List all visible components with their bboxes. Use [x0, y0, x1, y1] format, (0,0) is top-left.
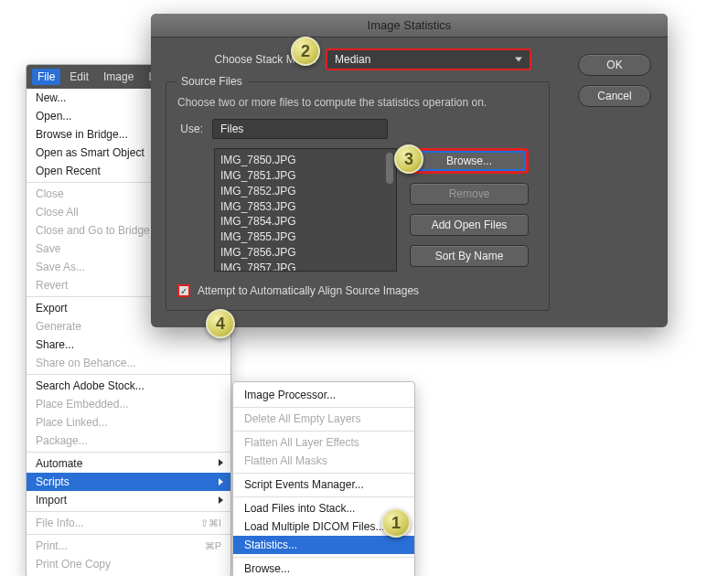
- file-menu-item: Place Embedded...: [27, 395, 230, 413]
- use-label: Use:: [177, 123, 203, 135]
- use-value: Files: [220, 123, 243, 135]
- file-menu-item: File Info...⇧⌘I: [27, 511, 230, 532]
- chevron-down-icon: [515, 58, 522, 62]
- menu-item-label: Share on Behance...: [36, 357, 135, 369]
- stack-mode-value: Median: [335, 53, 370, 66]
- file-entry[interactable]: IMG_7856.JPG: [220, 245, 391, 261]
- menu-item-label: Close All: [36, 206, 79, 219]
- file-menu-item: Print One Copy: [27, 555, 230, 573]
- scripts-menu-item[interactable]: Statistics...: [233, 536, 414, 554]
- cancel-button[interactable]: Cancel: [578, 85, 651, 107]
- file-entry[interactable]: IMG_7852.JPG: [220, 184, 391, 199]
- file-entry[interactable]: IMG_7850.JPG: [220, 153, 391, 168]
- menu-item-shortcut: ⌘P: [205, 540, 221, 552]
- menu-item-label: Package...: [36, 434, 88, 447]
- file-entry[interactable]: IMG_7857.JPG: [220, 261, 391, 272]
- ok-button[interactable]: OK: [578, 54, 651, 76]
- scripts-menu-item[interactable]: Image Processor...: [233, 386, 414, 404]
- auto-align-label: Attempt to Automatically Align Source Im…: [198, 284, 419, 297]
- callout-badge-4: 4: [206, 309, 235, 338]
- chevron-right-icon: [219, 478, 223, 485]
- file-menu-item[interactable]: Scripts: [27, 473, 230, 491]
- menubar-edit[interactable]: Edit: [64, 69, 94, 85]
- menubar-image[interactable]: Image: [98, 69, 139, 85]
- file-entry[interactable]: IMG_7853.JPG: [220, 199, 391, 215]
- menu-item-label: Open...: [36, 110, 71, 123]
- callout-badge-1: 1: [381, 508, 411, 538]
- file-entry[interactable]: IMG_7854.JPG: [220, 214, 391, 229]
- file-menu-item: Share on Behance...: [27, 354, 230, 372]
- use-select[interactable]: Files: [212, 119, 388, 139]
- scripts-menu-item: Flatten All Masks: [233, 452, 414, 470]
- menu-item-label: Place Linked...: [36, 416, 108, 429]
- menu-item-label: Open as Smart Object: [36, 146, 145, 159]
- source-files-desc: Choose two or more files to compute the …: [177, 95, 538, 110]
- stack-mode-select[interactable]: Median: [326, 48, 531, 70]
- menu-item-label: Place Embedded...: [36, 398, 128, 411]
- scripts-menu-item: Delete All Empty Layers: [233, 407, 414, 428]
- scripts-menu-item[interactable]: Script Events Manager...: [233, 473, 414, 494]
- files-list[interactable]: IMG_7850.JPGIMG_7851.JPGIMG_7852.JPGIMG_…: [214, 148, 397, 272]
- menu-item-label: File Info...: [36, 517, 84, 529]
- add-open-files-button[interactable]: Add Open Files: [410, 214, 529, 236]
- chevron-right-icon: [219, 496, 223, 504]
- dialog-title: Image Statistics: [151, 14, 668, 37]
- scrollbar-thumb[interactable]: [386, 153, 393, 184]
- file-entry[interactable]: IMG_7855.JPG: [220, 229, 391, 245]
- sort-by-name-button[interactable]: Sort By Name: [410, 245, 529, 267]
- menu-item-label: Import: [36, 494, 67, 507]
- menu-item-label: Browse in Bridge...: [36, 128, 128, 141]
- file-menu-item: Print...⌘P: [27, 534, 230, 555]
- menu-item-label: Revert: [36, 279, 68, 292]
- menu-item-label: Print...: [36, 539, 68, 552]
- file-menu-item[interactable]: Search Adobe Stock...: [27, 374, 230, 395]
- menu-item-label: Export: [36, 302, 68, 315]
- menu-item-label: Generate: [36, 320, 81, 333]
- menu-item-label: Open Recent: [36, 165, 101, 177]
- chevron-right-icon: [219, 459, 223, 466]
- scripts-submenu: Image Processor...Delete All Empty Layer…: [232, 381, 415, 576]
- file-menu-item: Place Linked...: [27, 413, 230, 432]
- callout-badge-2: 2: [291, 37, 320, 66]
- callout-badge-3: 3: [394, 144, 423, 174]
- remove-button[interactable]: Remove: [410, 183, 529, 205]
- file-entry[interactable]: IMG_7851.JPG: [220, 168, 391, 184]
- menu-item-shortcut: ⇧⌘I: [200, 517, 221, 529]
- menu-item-label: Scripts: [36, 475, 70, 488]
- menu-item-label: Close: [36, 187, 64, 200]
- file-menu-item[interactable]: Import: [27, 491, 230, 509]
- file-menu-item: Package...: [27, 432, 230, 450]
- browse-button[interactable]: Browse...: [410, 148, 529, 174]
- menu-item-label: Search Adobe Stock...: [36, 379, 145, 392]
- scripts-menu-item: Flatten All Layer Effects: [233, 431, 414, 452]
- source-files-group: Source Files Choose two or more files to…: [166, 81, 550, 311]
- menu-item-label: Save: [36, 242, 60, 255]
- file-menu-item[interactable]: Share...: [27, 336, 230, 354]
- menu-item-label: Close and Go to Bridge: [36, 224, 150, 237]
- menu-item-label: New...: [36, 91, 66, 104]
- menu-item-label: Print One Copy: [36, 558, 111, 571]
- menu-item-label: Automate: [36, 457, 82, 470]
- menu-item-label: Share...: [36, 338, 74, 351]
- scripts-menu-item[interactable]: Browse...: [233, 557, 414, 576]
- source-files-title: Source Files: [176, 75, 248, 88]
- file-menu-item[interactable]: Automate: [27, 452, 230, 473]
- menu-item-label: Save As...: [36, 261, 85, 273]
- auto-align-checkbox[interactable]: ✓: [177, 284, 190, 297]
- menubar-file[interactable]: File: [32, 69, 60, 85]
